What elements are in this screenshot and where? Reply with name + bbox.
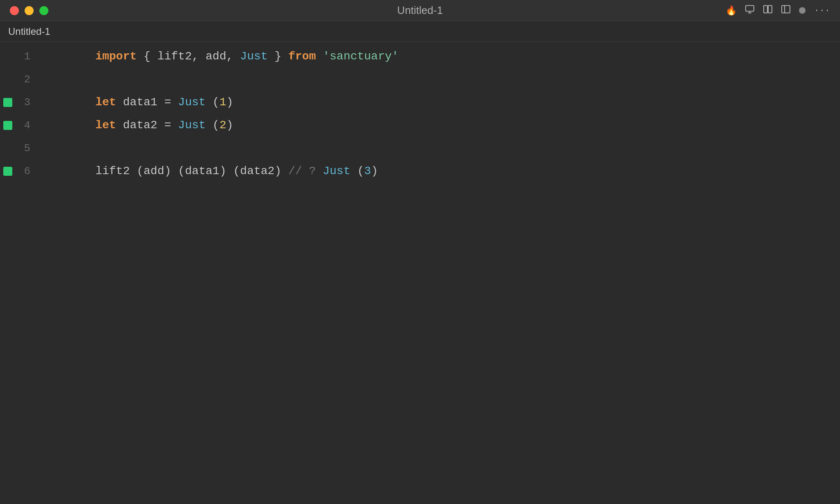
sidebar-icon[interactable] <box>781 4 791 17</box>
indicator-1 <box>0 45 16 68</box>
tab-title[interactable]: Untitled-1 <box>8 26 50 37</box>
line-number-4: 4 <box>16 114 40 137</box>
title-bar: Untitled-1 🔥 ··· <box>0 0 840 21</box>
breakpoint-3[interactable] <box>3 98 12 107</box>
window-title: Untitled-1 <box>397 4 443 17</box>
flame-icon[interactable]: 🔥 <box>726 5 737 16</box>
svg-rect-1 <box>764 5 767 13</box>
line-number-5: 5 <box>16 137 40 160</box>
indicator-3 <box>0 91 16 114</box>
more-icon[interactable]: ··· <box>814 5 830 16</box>
minimize-button[interactable] <box>25 6 34 15</box>
code-text-6[interactable]: lift2 (add) (data1) (data2) // ? Just (3… <box>40 137 378 206</box>
svg-rect-2 <box>768 5 772 13</box>
indicator-6 <box>0 160 16 183</box>
svg-rect-0 <box>746 5 754 11</box>
indicator-4 <box>0 114 16 137</box>
layout-icon[interactable] <box>745 4 755 17</box>
line-number-3: 3 <box>16 91 40 114</box>
line-number-2: 2 <box>16 68 40 91</box>
indicator-2 <box>0 68 16 91</box>
indicator-5 <box>0 137 16 160</box>
status-dot <box>799 7 806 14</box>
maximize-button[interactable] <box>39 6 48 15</box>
svg-rect-3 <box>782 5 790 13</box>
editor-area: 1 import { lift2, add, Just } from 'sanc… <box>0 42 840 504</box>
code-line-4: 4 let data2 = Just (2) <box>0 114 840 137</box>
tab-bar: Untitled-1 <box>0 21 840 42</box>
breakpoint-4[interactable] <box>3 121 12 130</box>
toolbar-actions: 🔥 ··· <box>726 4 830 17</box>
breakpoint-6[interactable] <box>3 167 12 176</box>
columns-icon[interactable] <box>763 4 773 17</box>
code-line-1: 1 import { lift2, add, Just } from 'sanc… <box>0 45 840 68</box>
line-number-6: 6 <box>16 160 40 183</box>
window-controls <box>10 6 48 15</box>
close-button[interactable] <box>10 6 19 15</box>
code-line-6: 6 lift2 (add) (data1) (data2) // ? Just … <box>0 160 840 183</box>
line-number-1: 1 <box>16 45 40 68</box>
